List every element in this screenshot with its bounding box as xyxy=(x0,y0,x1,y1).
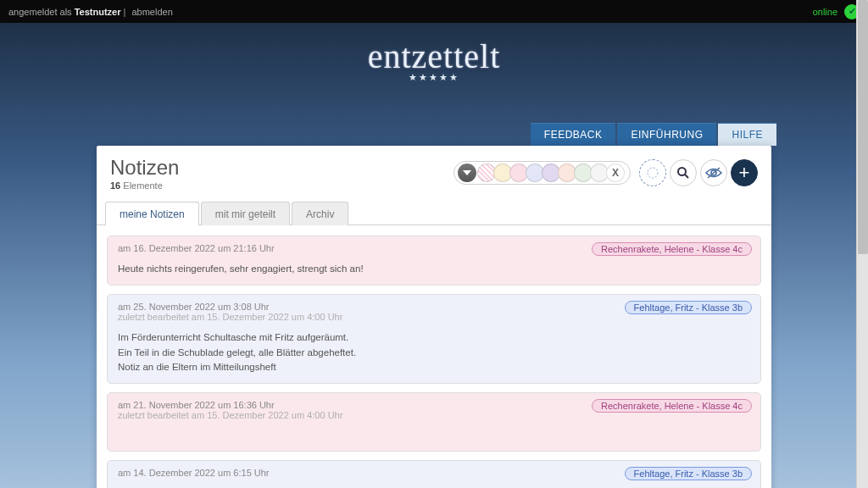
tab-my-notes[interactable]: meine Notizen xyxy=(105,202,199,225)
tab-shared-with-me[interactable]: mit mir geteilt xyxy=(201,202,290,225)
note-body xyxy=(118,429,750,442)
visibility-toggle-button[interactable] xyxy=(700,159,727,186)
note-edited-text: zuletzt bearbeitet am 15. Dezember 2022 … xyxy=(118,410,342,420)
note-card[interactable]: Rechenrakete, Helene - Klasse 4c am 21. … xyxy=(107,392,761,452)
note-timestamp: am 25. November 2022 um 3:08 Uhr xyxy=(118,302,270,312)
nav-help[interactable]: HILFE xyxy=(718,123,776,146)
logout-link[interactable]: abmelden xyxy=(131,7,172,17)
logo-text: entzettelt xyxy=(0,40,868,74)
note-edited-text: zuletzt bearbeitet am 15. Dezember 2022 … xyxy=(118,312,342,322)
note-list: Rechenrakete, Helene - Klasse 4c am 16. … xyxy=(97,225,771,488)
note-timestamp: am 14. Dezember 2022 um 6:15 Uhr xyxy=(118,468,270,478)
page-subtitle: 16 Elemente xyxy=(110,180,179,191)
tab-archive[interactable]: Archiv xyxy=(292,202,348,225)
eye-slash-icon xyxy=(705,167,722,179)
main-panel: Notizen 16 Elemente X xyxy=(97,146,771,488)
search-icon xyxy=(676,166,690,180)
login-status: angemeldet als Testnutzer | abmelden xyxy=(8,7,173,17)
note-card[interactable]: Fehltage, Fritz - Klasse 3b am 14. Dezem… xyxy=(107,460,761,488)
nav-intro[interactable]: EINFÜHRUNG xyxy=(617,123,716,146)
color-filter-group: X xyxy=(453,161,631,185)
tag-icon xyxy=(646,166,659,180)
logo-stars: ★★★★★ xyxy=(0,72,868,83)
svg-point-1 xyxy=(678,168,686,175)
x-label: X xyxy=(612,167,619,179)
svg-line-2 xyxy=(685,175,688,178)
note-timestamp: am 16. Dezember 2022 um 21:16 Uhr xyxy=(118,243,275,253)
plus-icon: + xyxy=(739,162,750,184)
item-count-label: Elemente xyxy=(120,180,163,191)
color-clear-button[interactable]: X xyxy=(606,164,625,182)
note-card[interactable]: Fehltage, Fritz - Klasse 3b am 25. Novem… xyxy=(107,294,761,384)
topbar: angemeldet als Testnutzer | abmelden onl… xyxy=(0,0,868,23)
note-card[interactable]: Rechenrakete, Helene - Klasse 4c am 16. … xyxy=(107,236,761,286)
item-count: 16 xyxy=(110,180,120,191)
search-button[interactable] xyxy=(670,159,697,186)
student-badge[interactable]: Fehltage, Fritz - Klasse 3b xyxy=(625,301,752,314)
note-timestamp: am 21. November 2022 um 16:36 Uhr xyxy=(118,400,275,410)
note-tabs: meine Notizen mit mir geteilt Archiv xyxy=(97,201,771,225)
filter-expand-button[interactable] xyxy=(458,164,476,182)
svg-point-0 xyxy=(648,168,658,178)
chevron-down-icon xyxy=(463,170,471,175)
student-badge[interactable]: Fehltage, Fritz - Klasse 3b xyxy=(625,467,752,480)
header: entzettelt ★★★★★ FEEDBACK EINFÜHRUNG HIL… xyxy=(0,23,868,123)
student-badge[interactable]: Rechenrakete, Helene - Klasse 4c xyxy=(592,242,752,256)
note-body: Heute nichts reingerufen, sehr engagiert… xyxy=(118,262,750,276)
scrollbar-track[interactable] xyxy=(856,0,868,488)
add-note-button[interactable]: + xyxy=(731,159,758,186)
tag-filter-button[interactable] xyxy=(639,159,666,186)
note-body: Im Förderunterricht Schultasche mit Frit… xyxy=(118,330,750,374)
page-title: Notizen xyxy=(110,156,179,180)
login-prefix: angemeldet als xyxy=(8,7,75,17)
username: Testnutzer xyxy=(75,7,121,17)
scrollbar-thumb[interactable] xyxy=(858,0,868,254)
student-badge[interactable]: Rechenrakete, Helene - Klasse 4c xyxy=(592,399,752,413)
login-sep: | xyxy=(120,7,128,17)
online-status: online xyxy=(813,7,837,17)
toolbar: X + xyxy=(453,159,758,186)
nav-feedback[interactable]: FEEDBACK xyxy=(531,123,616,146)
